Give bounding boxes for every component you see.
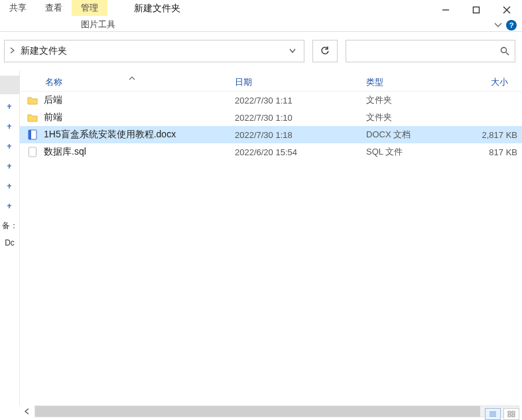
file-type: SQL 文件	[366, 146, 466, 158]
file-icon	[25, 147, 40, 157]
window-title: 新建文件夹	[122, 0, 430, 15]
col-type[interactable]: 类型	[366, 76, 466, 88]
window-maximize[interactable]	[461, 0, 491, 20]
maximize-icon	[472, 6, 480, 14]
file-row[interactable]: 数据库.sql2022/6/20 15:54SQL 文件817 KB	[20, 143, 522, 161]
refresh-icon	[320, 46, 330, 56]
svg-rect-14	[508, 415, 511, 417]
address-history-dropdown[interactable]	[285, 47, 300, 55]
window-minimize[interactable]	[430, 0, 461, 20]
close-icon	[503, 6, 511, 14]
col-size[interactable]: 大小	[466, 76, 517, 88]
refresh-button[interactable]	[312, 40, 338, 62]
pin-icon	[6, 124, 14, 132]
file-date: 2022/7/30 1:18	[235, 130, 366, 140]
ribbon-sub-image-tools[interactable]: 图片工具	[74, 16, 122, 33]
pin-icon	[6, 104, 14, 112]
svg-rect-12	[508, 411, 511, 413]
pin-icon	[6, 164, 14, 172]
column-headers: 名称 日期 类型 大小	[20, 70, 522, 92]
svg-rect-7	[29, 130, 31, 139]
docx-icon	[25, 129, 40, 140]
chevron-right-icon	[10, 46, 15, 56]
breadcrumb-item[interactable]: 新建文件夹	[21, 45, 67, 57]
folder-icon	[25, 96, 40, 105]
file-list: 名称 日期 类型 大小 后端2022/7/30 1:11文件夹前端2022/7/…	[20, 70, 522, 405]
address-bar[interactable]: 新建文件夹	[4, 40, 304, 62]
search-input[interactable]	[346, 40, 515, 62]
ribbon-tab-view[interactable]: 查看	[36, 0, 72, 16]
horizontal-scrollbar[interactable]	[34, 405, 519, 417]
view-details-icon	[489, 411, 497, 417]
folder-icon	[25, 113, 40, 122]
col-name[interactable]: 名称	[40, 76, 235, 88]
view-details-button[interactable]	[485, 408, 501, 420]
ribbon-tab-share[interactable]: 共享	[0, 0, 36, 16]
view-icons-button[interactable]	[503, 408, 519, 420]
file-type: 文件夹	[366, 94, 466, 106]
svg-rect-15	[512, 415, 515, 417]
file-name: 前端	[40, 111, 235, 123]
svg-line-5	[506, 52, 509, 55]
window-close[interactable]	[491, 0, 522, 20]
svg-rect-13	[512, 411, 515, 413]
bottom-bar	[20, 405, 519, 417]
pin-icon	[6, 184, 14, 192]
ribbon: 共享 查看 管理 图片工具 新建文件夹 ?	[0, 0, 522, 32]
file-name: 后端	[40, 94, 235, 106]
help-icon[interactable]: ?	[506, 20, 517, 31]
chevron-left-icon	[24, 408, 31, 415]
nav-label: 备：	[2, 220, 18, 232]
file-row[interactable]: 前端2022/7/30 1:10文件夹	[20, 109, 522, 126]
file-name: 1H5盲盒系统安装使用教程.docx	[40, 129, 235, 141]
navigation-pane[interactable]: 备： Dc	[0, 70, 20, 405]
file-row[interactable]: 1H5盲盒系统安装使用教程.docx2022/7/30 1:18DOCX 文档2…	[20, 126, 522, 143]
pin-icon	[6, 144, 14, 152]
scrollbar-thumb[interactable]	[35, 406, 480, 417]
file-row[interactable]: 后端2022/7/30 1:11文件夹	[20, 92, 522, 109]
nav-label: Dc	[5, 238, 15, 247]
ribbon-tab-manage[interactable]: 管理	[72, 0, 107, 16]
file-name: 数据库.sql	[40, 146, 235, 158]
expand-navpane[interactable]	[20, 405, 34, 417]
minimize-icon	[442, 6, 450, 14]
window-controls	[430, 0, 522, 20]
file-date: 2022/7/30 1:11	[235, 96, 366, 105]
search-icon	[500, 46, 509, 56]
view-icons-icon	[507, 411, 515, 417]
svg-rect-1	[474, 7, 480, 13]
file-size: 2,817 KB	[466, 130, 517, 140]
view-mode-switch	[485, 408, 519, 420]
col-date[interactable]: 日期	[235, 76, 366, 88]
file-type: DOCX 文档	[366, 129, 466, 141]
file-date: 2022/6/20 15:54	[235, 147, 366, 157]
file-date: 2022/7/30 1:10	[235, 113, 366, 123]
svg-point-4	[501, 48, 507, 53]
sort-caret-icon	[129, 75, 135, 82]
pin-icon	[6, 204, 14, 212]
svg-rect-8	[29, 147, 36, 157]
file-size: 817 KB	[466, 147, 517, 157]
file-type: 文件夹	[366, 111, 466, 123]
navbar: 新建文件夹	[0, 32, 522, 70]
chevron-down-icon[interactable]	[494, 21, 502, 29]
